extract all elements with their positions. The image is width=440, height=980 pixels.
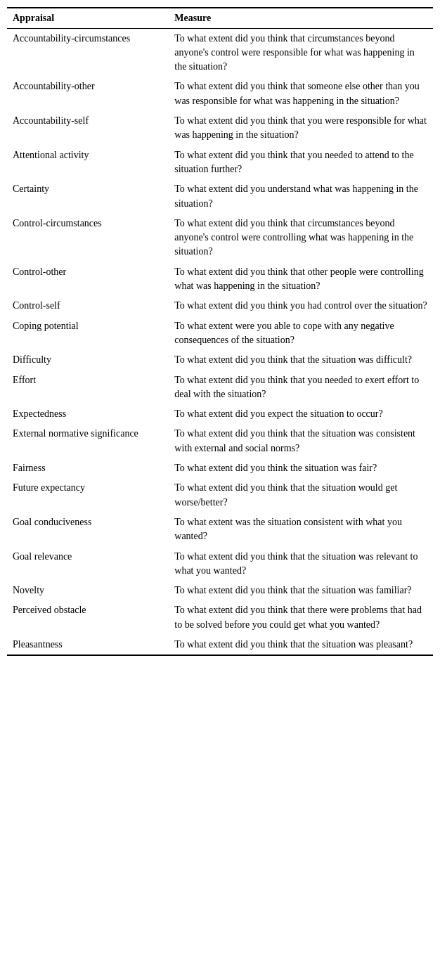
table-row: FairnessTo what extent did you think the… (7, 458, 433, 478)
appraisal-cell: Control-circumstances (7, 214, 169, 262)
table-row: Control-circumstancesTo what extent did … (7, 214, 433, 262)
measure-cell: To what extent did you think that the si… (169, 635, 433, 655)
appraisal-cell: Fairness (7, 458, 169, 478)
measure-cell: To what extent did you think that you ne… (169, 370, 433, 405)
appraisal-cell: Future expectancy (7, 478, 169, 512)
appraisal-cell: Control-other (7, 262, 169, 297)
appraisal-cell: Difficulty (7, 350, 169, 370)
measure-cell: To what extent did you think that you ne… (169, 146, 433, 180)
appraisal-cell: Novelty (7, 581, 169, 600)
measure-cell: To what extent did you think that there … (169, 600, 433, 635)
table-row: Accountability-circumstancesTo what exte… (7, 28, 433, 77)
table-row: CertaintyTo what extent did you understa… (7, 179, 433, 214)
appraisal-cell: Accountability-self (7, 111, 169, 146)
table-row: External normative significanceTo what e… (7, 424, 433, 458)
measure-cell: To what extent were you able to cope wit… (169, 316, 433, 351)
table-row: Accountability-selfTo what extent did yo… (7, 111, 433, 146)
table-row: EffortTo what extent did you think that … (7, 370, 433, 405)
measure-cell: To what extent did you think that the si… (169, 478, 433, 512)
table-row: PleasantnessTo what extent did you think… (7, 635, 433, 655)
measure-cell: To what extent did you expect the situat… (169, 404, 433, 424)
appraisal-cell: Coping potential (7, 316, 169, 351)
appraisal-cell: Accountability-circumstances (7, 28, 169, 77)
appraisal-cell: External normative significance (7, 424, 169, 458)
measure-cell: To what extent did you think that other … (169, 262, 433, 297)
appraisal-cell: Attentional activity (7, 146, 169, 180)
table-row: Coping potentialTo what extent were you … (7, 316, 433, 351)
appraisal-table: Appraisal Measure Accountability-circums… (7, 7, 433, 656)
appraisal-cell: Control-self (7, 296, 169, 316)
measure-cell: To what extent was the situation consist… (169, 512, 433, 547)
measure-cell: To what extent did you think that circum… (169, 214, 433, 262)
measure-cell: To what extent did you think that circum… (169, 28, 433, 77)
measure-cell: To what extent did you think that the si… (169, 350, 433, 370)
measure-header: Measure (169, 8, 433, 28)
measure-cell: To what extent did you think you had con… (169, 296, 433, 316)
table-row: ExpectednessTo what extent did you expec… (7, 404, 433, 424)
measure-cell: To what extent did you think that the si… (169, 424, 433, 458)
appraisal-cell: Effort (7, 370, 169, 405)
table-row: Attentional activityTo what extent did y… (7, 146, 433, 180)
measure-cell: To what extent did you understand what w… (169, 179, 433, 214)
table-row: Goal conducivenessTo what extent was the… (7, 512, 433, 547)
appraisal-cell: Goal conduciveness (7, 512, 169, 547)
table-row: DifficultyTo what extent did you think t… (7, 350, 433, 370)
appraisal-cell: Perceived obstacle (7, 600, 169, 635)
measure-cell: To what extent did you think that the si… (169, 547, 433, 581)
table-row: Future expectancyTo what extent did you … (7, 478, 433, 512)
appraisal-cell: Goal relevance (7, 547, 169, 581)
table-row: Accountability-otherTo what extent did y… (7, 77, 433, 111)
appraisal-cell: Accountability-other (7, 77, 169, 111)
table-row: Control-otherTo what extent did you thin… (7, 262, 433, 297)
measure-cell: To what extent did you think that you we… (169, 111, 433, 146)
appraisal-cell: Pleasantness (7, 635, 169, 655)
table-row: Control-selfTo what extent did you think… (7, 296, 433, 316)
appraisal-cell: Expectedness (7, 404, 169, 424)
table-row: NoveltyTo what extent did you think that… (7, 581, 433, 600)
table-row: Goal relevanceTo what extent did you thi… (7, 547, 433, 581)
appraisal-header: Appraisal (7, 8, 169, 28)
measure-cell: To what extent did you think the situati… (169, 458, 433, 478)
table-row: Perceived obstacleTo what extent did you… (7, 600, 433, 635)
measure-cell: To what extent did you think that the si… (169, 581, 433, 600)
measure-cell: To what extent did you think that someon… (169, 77, 433, 111)
appraisal-cell: Certainty (7, 179, 169, 214)
